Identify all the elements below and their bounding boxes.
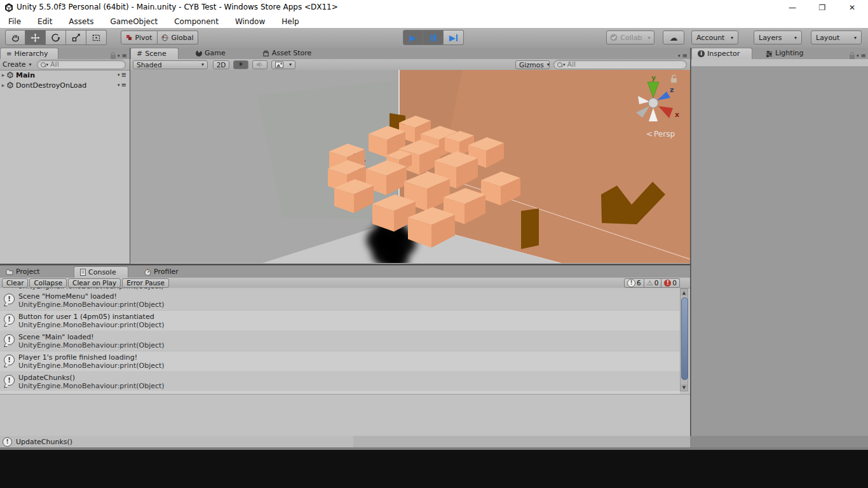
neg-z-cone xyxy=(636,106,649,118)
close-button[interactable]: ✕ xyxy=(837,0,867,15)
error-icon: ! xyxy=(664,280,671,287)
chevron-down-icon[interactable]: ▾ xyxy=(678,53,681,58)
log-row[interactable]: ! Button for user 1 (4pm05) instantiated… xyxy=(0,311,680,331)
speaker-icon xyxy=(256,61,264,68)
clear-button[interactable]: Clear xyxy=(2,278,28,288)
account-dropdown[interactable]: Account ▾ xyxy=(691,30,738,44)
info-log-icon: ! xyxy=(627,279,635,287)
log-row[interactable]: ! Scene "HomeMenu" loaded! UnityEngine.M… xyxy=(0,290,680,311)
chevron-down-icon[interactable]: ▾ xyxy=(118,83,120,88)
maximize-button[interactable]: ❐ xyxy=(808,0,837,15)
console-detail-pane[interactable] xyxy=(0,394,690,437)
minimize-button[interactable]: — xyxy=(778,0,807,15)
layout-dropdown[interactable]: Layout ▾ xyxy=(811,30,862,44)
step-button[interactable]: ▶ xyxy=(444,30,464,45)
scrollbar-thumb[interactable] xyxy=(681,297,688,380)
chevron-down-icon[interactable]: ▾ xyxy=(118,53,120,58)
item-menu-icon[interactable]: ≡ xyxy=(121,72,126,78)
console-panel: Project Console Profiler Clear Collapse … xyxy=(0,265,690,437)
panel-menu-icon[interactable]: ≡ xyxy=(122,53,127,59)
lock-icon[interactable] xyxy=(850,55,855,59)
hierarchy-item-main[interactable]: ▸ Main ▾≡ xyxy=(0,70,130,80)
item-menu-icon[interactable]: ≡ xyxy=(121,82,126,88)
scroll-up-arrow[interactable]: ▲ xyxy=(681,289,688,296)
perspective-mode-label[interactable]: <Persp xyxy=(646,130,675,139)
scroll-down-arrow[interactable]: ▼ xyxy=(681,384,688,391)
hierarchy-search-input[interactable]: ▾ All xyxy=(37,60,126,69)
tab-profiler[interactable]: Profiler xyxy=(139,266,184,278)
hierarchy-item-dontdestroyonload[interactable]: ▸ DontDestroyOnLoad ▾≡ xyxy=(0,80,130,90)
warning-icon: ⚠ xyxy=(647,280,653,287)
neg-y-cone xyxy=(649,108,658,121)
menu-file[interactable]: File xyxy=(0,15,29,28)
pivot-button[interactable]: Pivot xyxy=(121,30,158,44)
scene-audio-toggle[interactable] xyxy=(252,60,268,69)
log-row[interactable]: ! Scene "Main" loaded! UnityEngine.MonoB… xyxy=(0,331,680,351)
tab-asset-store[interactable]: Asset Store xyxy=(257,48,318,59)
menu-gameobject[interactable]: GameObject xyxy=(102,15,166,28)
scene-search-input[interactable]: ▾ All xyxy=(553,60,687,69)
chevron-down-icon: ▾ xyxy=(731,35,733,41)
error-count-button[interactable]: ! 0 xyxy=(661,278,680,288)
warning-count-button[interactable]: ⚠ 0 xyxy=(644,278,662,288)
chevron-down-icon[interactable]: ▾ xyxy=(857,53,859,58)
error-pause-button[interactable]: Error Pause xyxy=(122,278,169,288)
tab-console[interactable]: Console xyxy=(74,266,128,278)
info-log-icon: ! xyxy=(4,334,15,345)
rect-tool-button[interactable] xyxy=(86,30,107,45)
cloud-icon: ☁ xyxy=(670,33,678,43)
tab-scene[interactable]: # Scene xyxy=(130,48,179,59)
menu-assets[interactable]: Assets xyxy=(60,15,102,28)
disclosure-triangle-icon[interactable]: ▸ xyxy=(0,72,6,78)
shading-mode-dropdown[interactable]: Shaded ▾ xyxy=(133,60,208,69)
log-row-clipped[interactable]: UnityEngine.MonoBehaviour:print(Object) xyxy=(0,288,680,290)
panel-menu-icon[interactable]: ≡ xyxy=(682,53,688,59)
hand-tool-button[interactable] xyxy=(5,30,25,45)
tab-project[interactable]: Project xyxy=(0,266,58,278)
scene-tab-bar: # Scene Game Asset Store ▾ ≡ xyxy=(130,48,690,59)
menu-window[interactable]: Window xyxy=(227,15,273,28)
chevron-down-icon[interactable]: ▾ xyxy=(118,72,120,78)
tab-inspector[interactable]: i Inspector xyxy=(691,48,752,59)
disclosure-triangle-icon[interactable]: ▸ xyxy=(0,82,6,88)
create-dropdown[interactable]: Create ▾ xyxy=(3,60,32,69)
status-bar[interactable]: ! UpdateChunks() xyxy=(0,436,868,447)
rotate-tool-button[interactable] xyxy=(46,30,66,45)
2d-toggle-button[interactable]: 2D xyxy=(213,60,229,69)
pivot-icon xyxy=(126,34,132,41)
pause-button[interactable] xyxy=(423,30,444,45)
global-button[interactable]: Global xyxy=(158,30,198,44)
info-count-button[interactable]: ! 6 xyxy=(624,278,644,288)
axis-y-label: y xyxy=(651,74,656,82)
game-icon xyxy=(196,50,202,57)
menu-edit[interactable]: Edit xyxy=(29,15,60,28)
scene-viewport[interactable]: y z x <Persp xyxy=(130,70,690,263)
search-value: All xyxy=(567,60,576,69)
effects-dropdown[interactable]: ▾ xyxy=(271,60,295,69)
unity-scene-icon xyxy=(6,81,14,89)
log-row[interactable]: ! UpdateChunks() UnityEngine.MonoBehavio… xyxy=(0,372,680,392)
scene-view-toolbar: Shaded ▾ 2D ☀ ▾ Gizmos ▾ xyxy=(130,59,690,71)
tab-lighting[interactable]: Lighting xyxy=(760,48,809,59)
scene-lighting-toggle[interactable]: ☀ xyxy=(233,60,248,69)
move-tool-button[interactable] xyxy=(25,30,46,45)
tab-game[interactable]: Game xyxy=(190,48,231,59)
panel-menu-icon[interactable]: ≡ xyxy=(861,53,866,59)
layers-dropdown[interactable]: Layers ▾ xyxy=(754,30,802,44)
lock-icon[interactable] xyxy=(111,55,116,59)
console-scrollbar[interactable]: ▲ ▼ xyxy=(680,288,688,391)
clear-on-play-button[interactable]: Clear on Play xyxy=(68,278,121,288)
cloud-button[interactable]: ☁ xyxy=(663,30,684,44)
console-doc-icon xyxy=(80,269,86,276)
menu-help[interactable]: Help xyxy=(273,15,307,28)
log-row[interactable]: ! Player 1's profile finished loading! U… xyxy=(0,351,680,372)
collab-dropdown[interactable]: Collab ▾ xyxy=(606,30,654,44)
play-button[interactable]: ▶ xyxy=(403,30,423,45)
collapse-button[interactable]: Collapse xyxy=(29,278,67,288)
menu-component[interactable]: Component xyxy=(166,15,227,28)
unity-logo-icon xyxy=(4,3,14,13)
gizmos-dropdown[interactable]: Gizmos ▾ xyxy=(515,60,550,69)
tab-hierarchy[interactable]: ≡ Hierarchy xyxy=(0,48,58,59)
chevron-down-icon: ▾ xyxy=(794,35,797,41)
scale-tool-button[interactable] xyxy=(66,30,86,45)
